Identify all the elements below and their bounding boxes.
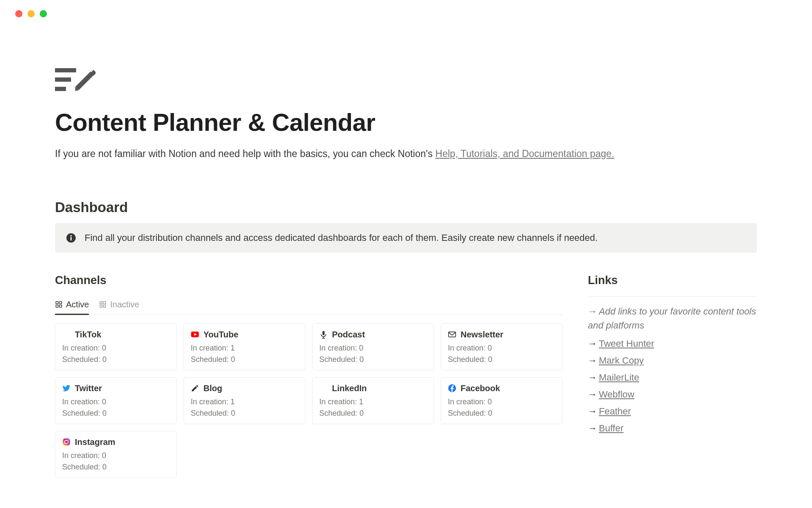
tab-inactive[interactable]: Inactive xyxy=(99,296,139,315)
channels-heading: Channels xyxy=(55,274,562,287)
svg-rect-11 xyxy=(56,305,58,307)
svg-marker-3 xyxy=(75,72,94,90)
link-mailerlite[interactable]: MailerLite xyxy=(599,372,639,383)
channel-name: Twitter xyxy=(75,384,102,393)
in-creation-stat: In creation: 1 xyxy=(191,344,298,353)
svg-rect-12 xyxy=(60,305,62,307)
in-creation-stat: In creation: 0 xyxy=(62,344,170,353)
scheduled-stat: Scheduled: 0 xyxy=(191,355,298,364)
svg-rect-22 xyxy=(449,332,456,337)
svg-rect-10 xyxy=(60,301,62,304)
in-creation-stat: In creation: 0 xyxy=(62,451,170,460)
link-buffer[interactable]: Buffer xyxy=(599,423,623,433)
tiktok-icon xyxy=(62,330,71,339)
newsletter-icon xyxy=(448,330,456,339)
channel-name: Instagram xyxy=(75,437,115,447)
channel-name: YouTube xyxy=(203,330,239,340)
svg-rect-14 xyxy=(104,301,106,304)
page-content: Content Planner & Calendar If you are no… xyxy=(0,17,812,478)
channel-name: Podcast xyxy=(332,330,365,340)
in-creation-stat: In creation: 1 xyxy=(191,398,298,406)
links-note: →Add links to your favorite content tool… xyxy=(588,304,757,332)
channel-name: LinkedIn xyxy=(332,384,367,393)
link-webflow[interactable]: Webflow xyxy=(599,389,634,400)
svg-rect-2 xyxy=(55,87,66,91)
window-zoom-button[interactable] xyxy=(40,10,47,17)
intro-text: If you are not familiar with Notion and … xyxy=(55,146,757,161)
channel-name: TikTok xyxy=(75,330,102,340)
window-minimize-button[interactable] xyxy=(27,10,35,17)
links-heading: Links xyxy=(588,274,757,287)
svg-rect-7 xyxy=(71,237,72,240)
channel-card-facebook[interactable]: FacebookIn creation: 0Scheduled: 0 xyxy=(441,377,562,424)
channel-name: Newsletter xyxy=(461,330,503,340)
link-mark-copy[interactable]: Mark Copy xyxy=(599,355,644,366)
in-creation-stat: In creation: 0 xyxy=(319,344,427,353)
svg-rect-15 xyxy=(100,305,102,307)
scheduled-stat: Scheduled: 0 xyxy=(448,355,555,364)
linkedin-icon xyxy=(319,384,328,392)
svg-point-8 xyxy=(70,235,72,237)
svg-rect-21 xyxy=(322,338,325,339)
edit-list-icon xyxy=(55,68,96,94)
scheduled-stat: Scheduled: 0 xyxy=(319,409,427,418)
window-close-button[interactable] xyxy=(15,10,22,17)
link-item: →Feather xyxy=(588,406,757,417)
scheduled-stat: Scheduled: 0 xyxy=(62,355,170,364)
channel-card-podcast[interactable]: PodcastIn creation: 0Scheduled: 0 xyxy=(312,323,434,370)
youtube-icon xyxy=(191,330,199,339)
link-feather[interactable]: Feather xyxy=(599,406,631,417)
links-divider xyxy=(588,296,757,297)
in-creation-stat: In creation: 0 xyxy=(62,398,170,406)
channel-name: Blog xyxy=(203,384,222,393)
channel-card-youtube[interactable]: YouTubeIn creation: 1Scheduled: 0 xyxy=(184,323,305,370)
svg-rect-0 xyxy=(55,68,76,72)
channel-card-linkedin[interactable]: LinkedInIn creation: 1Scheduled: 0 xyxy=(312,377,434,424)
intro-help-link[interactable]: Help, Tutorials, and Documentation page. xyxy=(435,148,614,159)
scheduled-stat: Scheduled: 0 xyxy=(191,409,298,418)
channel-tabs: ActiveInactive xyxy=(55,296,562,315)
window-controls xyxy=(0,0,812,17)
channel-name: Facebook xyxy=(461,384,500,393)
svg-rect-24 xyxy=(63,439,70,446)
channel-card-twitter[interactable]: TwitterIn creation: 0Scheduled: 0 xyxy=(55,377,177,424)
link-tweet-hunter[interactable]: Tweet Hunter xyxy=(599,338,654,349)
svg-point-26 xyxy=(68,439,69,440)
svg-rect-20 xyxy=(323,337,324,338)
page-icon xyxy=(55,68,757,95)
channel-card-blog[interactable]: BlogIn creation: 1Scheduled: 0 xyxy=(184,377,305,424)
page-title: Content Planner & Calendar xyxy=(55,108,757,136)
facebook-icon xyxy=(448,384,456,392)
link-item: →Tweet Hunter xyxy=(588,338,757,349)
svg-rect-19 xyxy=(323,331,325,335)
svg-rect-9 xyxy=(56,301,58,304)
podcast-icon xyxy=(319,330,328,339)
channel-card-tiktok[interactable]: TikTokIn creation: 0Scheduled: 0 xyxy=(55,323,177,370)
svg-rect-1 xyxy=(55,77,71,82)
blog-icon xyxy=(191,384,199,392)
in-creation-stat: In creation: 1 xyxy=(319,398,427,406)
twitter-icon xyxy=(62,384,71,392)
svg-rect-13 xyxy=(100,301,102,304)
tab-active[interactable]: Active xyxy=(55,296,89,315)
link-item: →Buffer xyxy=(588,423,757,434)
callout-text: Find all your distribution channels and … xyxy=(85,232,598,243)
channel-grid: TikTokIn creation: 0Scheduled: 0YouTubeI… xyxy=(55,323,562,478)
svg-rect-16 xyxy=(104,305,106,307)
channel-card-newsletter[interactable]: NewsletterIn creation: 0Scheduled: 0 xyxy=(441,323,562,370)
scheduled-stat: Scheduled: 0 xyxy=(448,409,555,418)
dashboard-heading: Dashboard xyxy=(55,199,757,215)
scheduled-stat: Scheduled: 0 xyxy=(62,409,170,418)
intro-prefix: If you are not familiar with Notion and … xyxy=(55,148,435,159)
links-list: →Tweet Hunter→Mark Copy→MailerLite→Webfl… xyxy=(588,338,757,434)
in-creation-stat: In creation: 0 xyxy=(448,344,555,353)
link-item: →Webflow xyxy=(588,389,757,400)
in-creation-stat: In creation: 0 xyxy=(448,398,555,406)
dashboard-callout: Find all your distribution channels and … xyxy=(55,223,757,253)
info-icon xyxy=(66,233,76,243)
link-item: →MailerLite xyxy=(588,372,757,383)
channel-card-instagram[interactable]: InstagramIn creation: 0Scheduled: 0 xyxy=(55,431,177,478)
link-item: →Mark Copy xyxy=(588,355,757,366)
scheduled-stat: Scheduled: 0 xyxy=(319,355,427,364)
instagram-icon xyxy=(62,438,71,446)
